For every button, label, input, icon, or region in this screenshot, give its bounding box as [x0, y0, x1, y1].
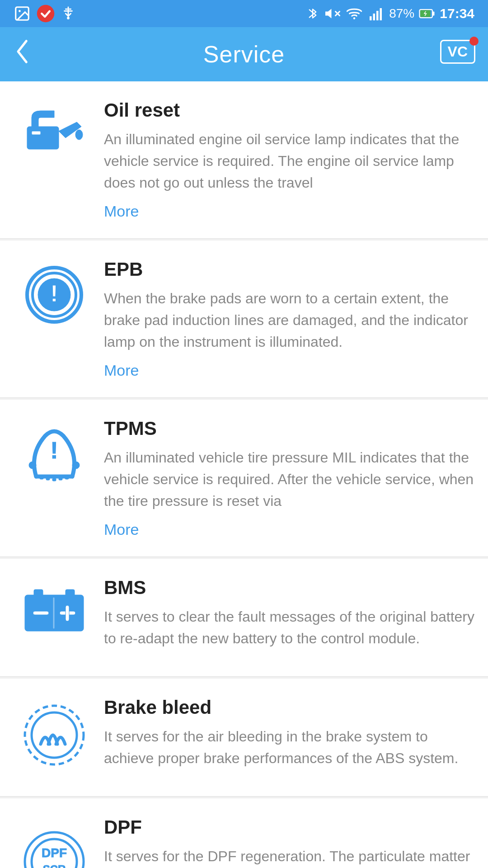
svg-rect-32: [33, 611, 49, 615]
page-title: Service: [203, 41, 285, 68]
tpms-desc: An illuminated vehicle tire pressure MIL…: [104, 447, 474, 512]
bluetooth-icon: [306, 5, 319, 22]
svg-rect-34: [66, 605, 69, 621]
dpf-desc: It serves for the DPF regeneration. The …: [104, 845, 474, 868]
svg-rect-8: [373, 14, 375, 20]
list-item[interactable]: DPF SCR DPF It serves for the DPF regene…: [0, 798, 488, 868]
svg-rect-14: [27, 127, 59, 149]
vc-label: VC: [440, 40, 475, 64]
bms-title: BMS: [104, 577, 474, 599]
epb-icon: !: [14, 259, 95, 326]
svg-rect-27: [59, 477, 62, 480]
epb-text: EPB When the brake pads are worn to a ce…: [95, 259, 474, 379]
check-badge-icon: [36, 4, 55, 23]
back-button[interactable]: [14, 38, 32, 71]
oil-reset-more[interactable]: More: [104, 203, 474, 220]
battery-text: 87%: [389, 6, 414, 21]
bms-icon: [14, 577, 95, 640]
epb-desc: When the brake pads are worn to a certai…: [104, 288, 474, 353]
dpf-text: DPF It serves for the DPF regeneration. …: [95, 816, 474, 868]
svg-rect-10: [380, 8, 382, 20]
svg-point-21: [29, 462, 36, 469]
list-item[interactable]: ! TPMS An illuminated vehicle tire press…: [0, 400, 488, 557]
wifi-icon: [345, 5, 364, 22]
oil-reset-icon: [14, 99, 95, 154]
svg-point-6: [353, 17, 356, 19]
epb-title: EPB: [104, 259, 474, 280]
page-header: Service VC: [0, 27, 488, 81]
tpms-text: TPMS An illuminated vehicle tire pressur…: [95, 418, 474, 538]
dpf-title: DPF: [104, 816, 474, 838]
svg-rect-24: [40, 476, 43, 479]
tpms-more[interactable]: More: [104, 521, 474, 538]
status-left-icons: [14, 4, 76, 23]
brake-bleed-text: Brake bleed It serves for the air bleedi…: [95, 697, 474, 778]
list-item[interactable]: ! EPB When the brake pads are worn to a …: [0, 241, 488, 398]
image-icon: [14, 5, 31, 22]
epb-more[interactable]: More: [104, 362, 474, 379]
oil-reset-title: Oil reset: [104, 99, 474, 121]
svg-text:DPF: DPF: [42, 846, 67, 860]
svg-rect-28: [65, 476, 69, 479]
oil-reset-desc: An illuminated engine oil service lamp i…: [104, 128, 474, 193]
list-item[interactable]: Brake bleed It serves for the air bleedi…: [0, 679, 488, 797]
svg-rect-25: [46, 477, 50, 480]
svg-rect-7: [370, 16, 372, 20]
svg-rect-9: [376, 11, 379, 20]
svg-text:SCR: SCR: [43, 863, 66, 868]
svg-point-1: [19, 10, 21, 12]
time-display: 17:34: [440, 6, 474, 21]
bms-desc: It serves to clear the fault messages of…: [104, 606, 474, 649]
svg-rect-12: [432, 12, 435, 16]
svg-rect-30: [34, 590, 43, 597]
oil-reset-text: Oil reset An illuminated engine oil serv…: [95, 99, 474, 220]
svg-rect-35: [53, 597, 55, 629]
status-bar: 87% 17:34: [0, 0, 488, 27]
signal-icon: [368, 5, 385, 22]
brake-bleed-desc: It serves for the air bleeding in the br…: [104, 726, 474, 769]
svg-point-15: [75, 130, 83, 140]
service-list: Oil reset An illuminated engine oil serv…: [0, 81, 488, 868]
svg-rect-31: [66, 590, 75, 597]
svg-text:!: !: [50, 437, 58, 463]
vc-badge-dot: [469, 37, 479, 46]
vc-button[interactable]: VC: [440, 40, 475, 64]
svg-rect-26: [52, 478, 56, 481]
brake-bleed-title: Brake bleed: [104, 697, 474, 718]
bms-text: BMS It serves to clear the fault message…: [95, 577, 474, 658]
battery-icon: [419, 8, 435, 19]
svg-point-22: [72, 462, 80, 469]
status-right-icons: 87% 17:34: [306, 5, 474, 22]
mute-icon: [324, 5, 340, 22]
tpms-icon: !: [14, 418, 95, 486]
svg-text:!: !: [50, 280, 58, 307]
list-item[interactable]: Oil reset An illuminated engine oil serv…: [0, 81, 488, 239]
brake-bleed-icon: [14, 697, 95, 769]
svg-point-2: [37, 5, 55, 23]
usb-icon: [61, 6, 76, 21]
svg-point-3: [67, 17, 70, 19]
tpms-title: TPMS: [104, 418, 474, 439]
dpf-icon: DPF SCR: [14, 816, 95, 868]
svg-rect-16: [32, 131, 41, 135]
list-item[interactable]: BMS It serves to clear the fault message…: [0, 559, 488, 677]
